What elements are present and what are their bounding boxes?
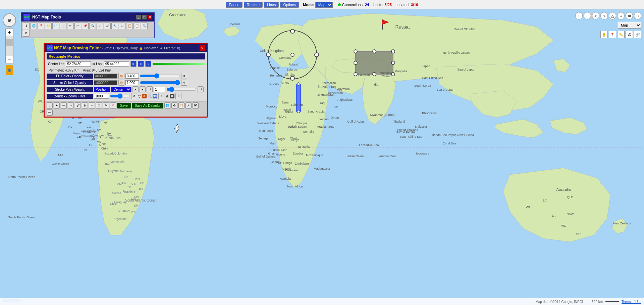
zindex-slider[interactable] xyxy=(110,94,130,98)
stroke-color-input[interactable] xyxy=(94,80,117,85)
bt-circle[interactable]: ○ xyxy=(89,102,95,108)
tool-settings[interactable]: 🔧 xyxy=(111,23,118,29)
restore-button[interactable]: Restore xyxy=(244,2,263,8)
fill-color-input[interactable] xyxy=(94,74,117,79)
bt-map[interactable]: 🗺 xyxy=(193,102,199,108)
bt-globe2[interactable]: 🌐 xyxy=(164,102,170,108)
tool-pen3[interactable]: 🖊 xyxy=(119,23,125,29)
zoom-slider[interactable] xyxy=(6,36,13,56)
bt-star[interactable]: ★ xyxy=(54,102,60,108)
tool-globe[interactable]: 🌐 xyxy=(30,23,37,29)
nav-compass[interactable]: ⊖ xyxy=(634,12,641,19)
pegman[interactable]: 👤 xyxy=(6,65,13,75)
fill-color-picker[interactable]: 🎨 xyxy=(118,73,124,79)
stroke-opacity-input[interactable] xyxy=(125,80,139,85)
bt-pencil[interactable]: ✏ xyxy=(61,102,67,108)
bt-square[interactable]: □ xyxy=(96,102,102,108)
editor-close-button[interactable]: ✕ xyxy=(200,45,205,51)
bt-edit[interactable]: ✎ xyxy=(103,102,109,108)
fill-opacity-slider[interactable] xyxy=(140,74,180,78)
tool-info[interactable]: ℹ xyxy=(23,23,30,29)
map-tool-link[interactable]: 🔗 xyxy=(634,31,641,38)
lon-input[interactable] xyxy=(104,61,129,67)
pause-button[interactable]: Pause xyxy=(226,2,242,8)
center-lat-input[interactable] xyxy=(66,61,91,67)
position-select[interactable]: Center Inside Outside xyxy=(111,87,131,92)
stroke-opacity-slider[interactable] xyxy=(140,81,180,84)
pos-up[interactable]: ▲ xyxy=(132,86,139,92)
weight-input[interactable] xyxy=(154,87,165,92)
mode-select[interactable]: Map xyxy=(315,2,333,8)
coord-icon2[interactable]: ⊕ xyxy=(138,61,144,67)
zoom-out-button[interactable]: − xyxy=(6,56,13,63)
svg-text:Ethiopia: Ethiopia xyxy=(297,122,308,125)
tool-scissors[interactable]: ✂ xyxy=(74,23,81,29)
tool-marker[interactable]: 📍 xyxy=(38,23,44,29)
tool-pin[interactable]: 📌 xyxy=(82,23,89,29)
bt-target[interactable]: ⊕ xyxy=(82,102,88,108)
nav-up[interactable]: △ xyxy=(609,12,616,19)
nav-zoom-in[interactable]: + xyxy=(575,12,583,19)
lines-button[interactable]: Lines xyxy=(264,2,279,8)
nav-left[interactable]: ◁ xyxy=(592,12,599,19)
map-tool-marker[interactable]: 📍 xyxy=(609,31,616,38)
svg-text:Senegal: Senegal xyxy=(258,137,269,140)
tool-pen1[interactable]: 🖊 xyxy=(97,23,103,29)
stroke-color-picker[interactable]: 🎨 xyxy=(118,80,124,86)
coord-icon1[interactable]: ⊕ xyxy=(130,61,137,67)
terms-of-use-link[interactable]: Terms of Use xyxy=(622,300,641,304)
scale-label: — xyxy=(586,300,589,304)
map-tool-hand[interactable]: ✋ xyxy=(600,31,608,38)
svg-point-6 xyxy=(266,53,270,57)
map-type-select[interactable]: Map Satellite Terrain xyxy=(618,22,641,29)
tool-document[interactable]: 📄 xyxy=(52,23,59,29)
zoom-in-button[interactable]: + xyxy=(6,29,13,36)
tool-search[interactable]: 🔍 xyxy=(89,23,96,29)
bt-brush[interactable]: 🖌 xyxy=(75,102,81,108)
zoom-reset[interactable]: ↺ xyxy=(158,93,164,99)
tool-rectangle[interactable]: ⬜ xyxy=(60,23,66,29)
map-tool-ruler[interactable]: 📏 xyxy=(617,31,625,38)
fill-reset-btn[interactable]: ↺ xyxy=(181,73,187,79)
pos-down[interactable]: ▼ xyxy=(140,86,146,92)
nst-tools-close[interactable]: ✕ xyxy=(148,15,152,19)
fill-opacity-input[interactable] xyxy=(125,74,139,79)
svg-text:Uruguay: Uruguay xyxy=(118,209,130,212)
nav-reset[interactable]: ⊕ xyxy=(626,12,633,19)
compass[interactable]: ⊕ xyxy=(3,13,16,27)
tool-folder[interactable]: 📁 xyxy=(45,23,52,29)
weight-reset[interactable]: ↺ xyxy=(198,86,204,92)
stroke-pos-label: Stroke Pos / Weight xyxy=(47,87,93,92)
weight-slider[interactable] xyxy=(166,88,197,91)
nav-down[interactable]: ▽ xyxy=(617,12,625,19)
tool-pencil[interactable]: ✏ xyxy=(67,23,74,29)
bt-info[interactable]: ℹ xyxy=(47,102,53,108)
bt-settings[interactable]: ⚙ xyxy=(171,102,177,108)
monitor-reset[interactable]: ↺ xyxy=(175,93,181,99)
save-button[interactable]: Save xyxy=(117,103,131,108)
options-button[interactable]: Options xyxy=(280,2,299,8)
nst-tools-maximize[interactable]: □ xyxy=(142,15,147,19)
stroke-reset-btn[interactable]: ↺ xyxy=(181,80,187,86)
tool-copy2[interactable]: 📋 xyxy=(133,23,140,29)
map-tool-print[interactable]: 🖨 xyxy=(626,31,633,38)
bt-delete[interactable]: ✕ xyxy=(110,102,116,108)
tool-copy1[interactable]: 📋 xyxy=(126,23,133,29)
nst-tools-minimize[interactable]: _ xyxy=(136,15,141,19)
bt-copy[interactable]: 📋 xyxy=(178,102,184,108)
bt-arrow[interactable]: → xyxy=(68,102,74,108)
tool-zoom[interactable]: 🔍 xyxy=(141,23,148,29)
zindex-reset[interactable]: ↺ xyxy=(131,93,137,99)
nav-right[interactable]: ▷ xyxy=(600,12,608,19)
tool-pen2[interactable]: 🖊 xyxy=(104,23,111,29)
bt-share[interactable]: ↗ xyxy=(185,102,192,108)
bt-pencil2[interactable]: ✏ xyxy=(47,110,53,116)
rect-metrics-section: Rectangle Metrics Center Lat: ⊕ Lon: ⊕ ⊕… xyxy=(45,52,207,101)
zindex-input[interactable] xyxy=(94,94,109,99)
svg-text:CE: CE xyxy=(131,182,136,185)
save-defaults-button[interactable]: Save As Defaults xyxy=(132,103,163,108)
nav-zoom-out[interactable]: − xyxy=(584,12,591,19)
pos-reset[interactable]: ↺ xyxy=(147,86,153,92)
tool-config[interactable]: ⚙ xyxy=(23,30,30,37)
coord-icon3[interactable]: ℹ xyxy=(145,61,151,67)
